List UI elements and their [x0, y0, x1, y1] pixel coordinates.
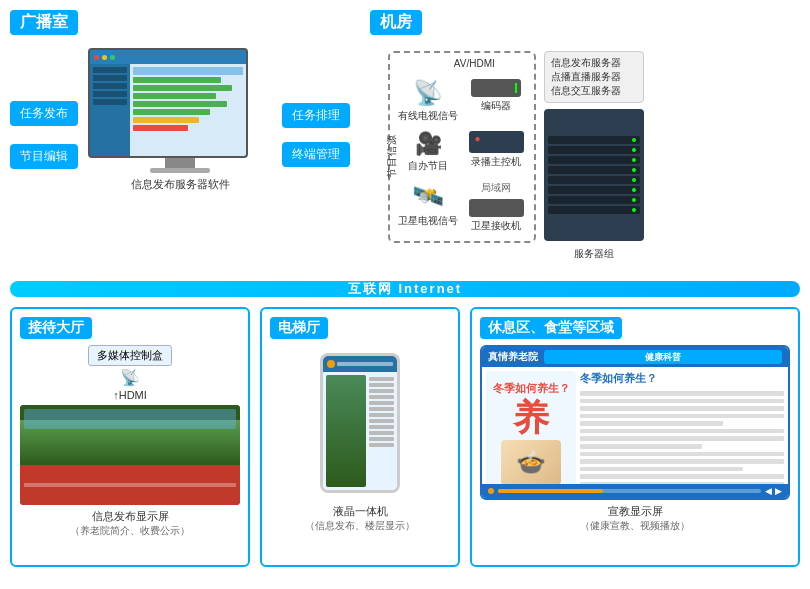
rack-unit-6 [548, 186, 640, 194]
tablet-bar [337, 362, 393, 366]
hdmi-label: ↑HDMI [113, 389, 147, 401]
server-rack [544, 109, 644, 241]
tablet-line-12 [369, 443, 394, 447]
internet-line: 互联网 Internet [10, 281, 800, 297]
tablet-line-11 [369, 437, 394, 441]
satellite-tv-item: 🛰️ 卫星电视信号 [398, 181, 458, 233]
tablet-line-4 [369, 395, 394, 399]
encoder-icon [471, 79, 521, 97]
dianti-sub: （信息发布、楼层显示） [270, 519, 450, 533]
progress-fill [498, 489, 603, 493]
jifang-title: 机房 [370, 10, 422, 35]
tablet-image [326, 375, 366, 487]
display-screen [20, 405, 240, 505]
dianti-title: 电梯厅 [270, 317, 328, 339]
text-line-12 [580, 474, 784, 479]
jifang-dashed-box: AV/HDMI 📡 有线电视信号 编码器 [388, 51, 536, 243]
dot-red [94, 55, 99, 60]
tablet-device [320, 353, 400, 493]
xiuxi-title: 休息区、食堂等区域 [480, 317, 622, 339]
dot-green [110, 55, 115, 60]
progress-dot [488, 488, 494, 494]
xiuxi-sub: （健康宣教、视频播放） [480, 519, 790, 533]
text-line-11 [580, 467, 743, 472]
tablet-content [323, 372, 397, 490]
multimedia-box: 多媒体控制盒 📡 ↑HDMI [20, 345, 240, 401]
recorder-label: 录播主控机 [471, 155, 521, 169]
text-line-9 [580, 452, 784, 457]
display-green-area [20, 405, 240, 465]
computer-base [150, 168, 210, 173]
internet-text: 互联网 Internet [348, 280, 462, 298]
health-body: 冬季如何养生？ 养 🍲 冬季如何养生？ [482, 367, 788, 498]
dianti-caption: 液晶一体机 [270, 504, 450, 519]
guangbo-section: 广播室 任务发布 节目编辑 [10, 10, 350, 261]
rack-unit-1 [548, 136, 640, 144]
text-line-8 [580, 444, 702, 449]
camera-icon: 🎥 [415, 131, 442, 157]
renwu-paihe-label: 任务排理 [282, 103, 350, 128]
guangbo-title: 广播室 [10, 10, 78, 35]
server-label-2: 点播直播服务器 [551, 70, 637, 84]
dianti-section: 电梯厅 [260, 307, 460, 567]
health-bottom-bar: ◀ ▶ [482, 484, 788, 498]
receiver-icon [469, 199, 524, 217]
rack-unit-3 [548, 156, 640, 164]
health-right-panel: 冬季如何养生？ [580, 371, 784, 494]
computer-screen [88, 48, 248, 158]
av-hdmi-label: AV/HDMI [454, 58, 495, 69]
tablet-line-1 [369, 377, 394, 381]
tablet-line-10 [369, 431, 394, 435]
jiedai-sub: （养老院简介、收费公示） [20, 524, 240, 538]
health-left-panel: 冬季如何养生？ 养 🍲 [486, 371, 576, 494]
rack-unit-8 [548, 206, 640, 214]
satellite-icon: 🛰️ [412, 181, 444, 212]
satellite-receiver-label: 卫星接收机 [471, 219, 521, 233]
xiuxi-section: 休息区、食堂等区域 真情养老院 健康科普 冬季如何养生？ 养 🍲 [470, 307, 800, 567]
zhongduan-guanli-label: 终端管理 [282, 142, 350, 167]
server-label-1: 信息发布服务器 [551, 56, 637, 70]
text-line-6 [580, 429, 784, 434]
health-food-image: 🍲 [501, 440, 561, 485]
tablet-text-lines [369, 375, 394, 487]
tablet-screen [323, 356, 397, 490]
guangbo-right-labels: 任务排理 终端管理 [282, 103, 350, 167]
jiemu-bianji-label: 节目编辑 [10, 144, 78, 169]
text-line-3 [580, 406, 784, 411]
self-program-label: 自办节目 [408, 159, 448, 173]
tablet-line-5 [369, 401, 394, 405]
rack-unit-7 [548, 196, 640, 204]
progress-time: ◀ ▶ [765, 486, 782, 496]
server-info-box: 信息发布服务器 点播直播服务器 信息交互服务器 [544, 51, 644, 103]
satellite-tv-label: 卫星电视信号 [398, 214, 458, 228]
lan-label: 局域网 [481, 181, 511, 195]
health-screen: 真情养老院 健康科普 冬季如何养生？ 养 🍲 冬季如何养生？ [480, 345, 790, 500]
health-question-text: 冬季如何养生？ [580, 371, 784, 386]
jiedai-caption: 信息发布显示屏 [20, 509, 240, 524]
tablet-line-3 [369, 389, 394, 393]
xiuxi-caption: 宣教显示屏 [480, 504, 790, 519]
rack-unit-5 [548, 176, 640, 184]
health-logo: 真情养老院 [488, 350, 538, 364]
self-program-item: 🎥 自办节目 [398, 131, 458, 173]
rack-unit-4 [548, 166, 640, 174]
rack-unit-2 [548, 146, 640, 154]
recorder-item: 录播主控机 [466, 131, 526, 173]
tablet-line-7 [369, 413, 394, 417]
recorder-icon [469, 131, 524, 153]
computer-display: 信息发布服务器软件 [88, 48, 272, 192]
antenna-icon: 📡 [120, 368, 140, 387]
health-header: 真情养老院 健康科普 [482, 347, 788, 367]
renwu-fabu-label: 任务发布 [10, 101, 78, 126]
season-char: 养 [513, 400, 549, 436]
tablet-line-8 [369, 419, 394, 423]
jiedai-title: 接待大厅 [20, 317, 92, 339]
tablet-dot [327, 360, 335, 368]
jifang-section: 机房 AV/HDMI 📡 有线电视信号 [370, 10, 800, 261]
guangbo-left-labels: 任务发布 节目编辑 [10, 101, 78, 169]
text-line-7 [580, 436, 784, 441]
server-panel: 信息发布服务器 点播直播服务器 信息交互服务器 [544, 51, 644, 261]
satellite-receiver-item: 局域网 卫星接收机 [466, 181, 526, 233]
health-title-text: 健康科普 [645, 351, 681, 364]
cable-tv-item: 📡 有线电视信号 [398, 79, 458, 123]
